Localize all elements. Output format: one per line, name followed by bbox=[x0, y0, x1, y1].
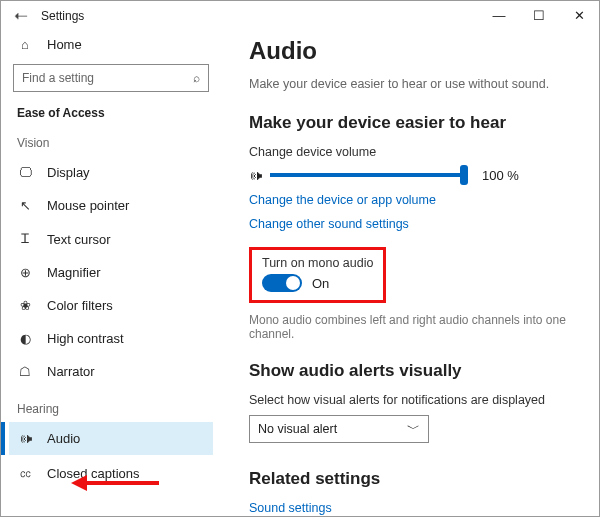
group-vision-label: Vision bbox=[9, 122, 213, 156]
section-visual-alerts-title: Show audio alerts visually bbox=[249, 361, 575, 381]
mono-audio-toggle[interactable] bbox=[262, 274, 302, 292]
search-input[interactable]: Find a setting ⌕ bbox=[13, 64, 209, 92]
nav-label: Display bbox=[47, 165, 90, 180]
visual-alerts-label: Select how visual alerts for notificatio… bbox=[249, 393, 575, 407]
home-icon: ⌂ bbox=[17, 37, 33, 52]
sidebar-item-display[interactable]: 🖵Display bbox=[9, 156, 213, 189]
mono-audio-label: Turn on mono audio bbox=[262, 256, 373, 270]
visual-alert-value: No visual alert bbox=[258, 422, 337, 436]
sidebar-item-narrator[interactable]: ☖Narrator bbox=[9, 355, 213, 388]
page-description: Make your device easier to hear or use w… bbox=[249, 77, 575, 91]
close-button[interactable]: ✕ bbox=[559, 1, 599, 31]
sidebar-item-closed-captions[interactable]: ㏄Closed captions bbox=[9, 455, 213, 491]
link-device-app-volume[interactable]: Change the device or app volume bbox=[249, 193, 575, 207]
home-nav[interactable]: ⌂ Home bbox=[9, 31, 213, 58]
link-sound-settings[interactable]: Sound settings bbox=[249, 501, 575, 515]
maximize-button[interactable]: ☐ bbox=[519, 1, 559, 31]
narrator-icon: ☖ bbox=[17, 364, 33, 379]
sidebar: ⌂ Home Find a setting ⌕ Ease of Access V… bbox=[1, 31, 221, 516]
minimize-button[interactable]: — bbox=[479, 1, 519, 31]
section-related-title: Related settings bbox=[249, 469, 575, 489]
search-icon: ⌕ bbox=[193, 71, 200, 85]
nav-label: Mouse pointer bbox=[47, 198, 129, 213]
window-title: Settings bbox=[41, 9, 479, 23]
nav-label: Magnifier bbox=[47, 265, 100, 280]
nav-label: Audio bbox=[47, 431, 80, 446]
sidebar-item-magnifier[interactable]: ⊕Magnifier bbox=[9, 256, 213, 289]
captions-icon: ㏄ bbox=[17, 464, 33, 482]
speaker-icon: 🕪 bbox=[249, 168, 262, 183]
link-other-sound-settings[interactable]: Change other sound settings bbox=[249, 217, 575, 231]
mono-audio-hint: Mono audio combines left and right audio… bbox=[249, 313, 575, 341]
sidebar-item-mouse-pointer[interactable]: ↖Mouse pointer bbox=[9, 189, 213, 222]
section-easier-hear-title: Make your device easier to hear bbox=[249, 113, 575, 133]
sidebar-item-audio[interactable]: 🕪Audio bbox=[9, 422, 213, 455]
volume-value: 100 % bbox=[482, 168, 519, 183]
search-placeholder: Find a setting bbox=[22, 71, 94, 85]
nav-label: Text cursor bbox=[47, 232, 111, 247]
visual-alert-select[interactable]: No visual alert ﹀ bbox=[249, 415, 429, 443]
nav-label: Closed captions bbox=[47, 466, 140, 481]
category-title: Ease of Access bbox=[9, 102, 213, 122]
home-label: Home bbox=[47, 37, 82, 52]
page-title: Audio bbox=[249, 37, 575, 65]
back-button[interactable]: 🠐 bbox=[1, 8, 41, 24]
cursor-icon: Ꮖ bbox=[17, 231, 33, 247]
nav-label: Color filters bbox=[47, 298, 113, 313]
color-filters-icon: ❀ bbox=[17, 298, 33, 313]
chevron-down-icon: ﹀ bbox=[407, 421, 420, 438]
nav-label: High contrast bbox=[47, 331, 124, 346]
sidebar-item-high-contrast[interactable]: ◐High contrast bbox=[9, 322, 213, 355]
magnifier-icon: ⊕ bbox=[17, 265, 33, 280]
titlebar: 🠐 Settings — ☐ ✕ bbox=[1, 1, 599, 31]
content-area: Audio Make your device easier to hear or… bbox=[221, 31, 599, 516]
sidebar-item-color-filters[interactable]: ❀Color filters bbox=[9, 289, 213, 322]
mouse-icon: ↖ bbox=[17, 198, 33, 213]
highlight-box: Turn on mono audio On bbox=[249, 247, 386, 303]
display-icon: 🖵 bbox=[17, 165, 33, 180]
volume-row: 🕪 100 % bbox=[249, 167, 575, 183]
group-hearing-label: Hearing bbox=[9, 388, 213, 422]
audio-icon: 🕪 bbox=[17, 431, 33, 446]
sidebar-item-text-cursor[interactable]: ᏆText cursor bbox=[9, 222, 213, 256]
nav-label: Narrator bbox=[47, 364, 95, 379]
main-layout: ⌂ Home Find a setting ⌕ Ease of Access V… bbox=[1, 31, 599, 516]
mono-audio-state: On bbox=[312, 276, 329, 291]
volume-label: Change device volume bbox=[249, 145, 575, 159]
volume-slider[interactable] bbox=[270, 167, 460, 183]
contrast-icon: ◐ bbox=[17, 331, 33, 346]
